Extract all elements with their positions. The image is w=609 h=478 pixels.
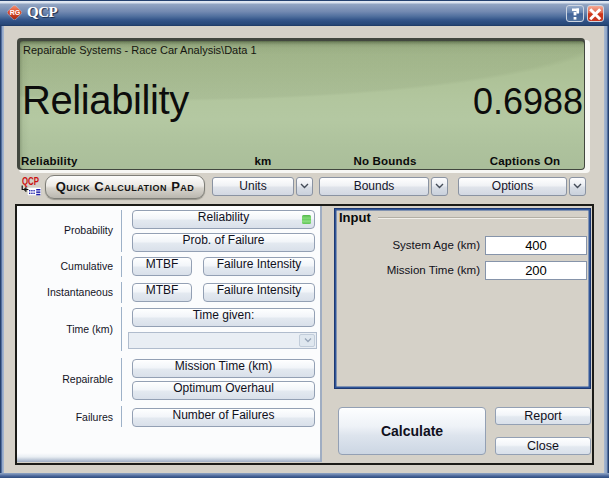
svg-text:QCP: QCP bbox=[22, 175, 39, 187]
